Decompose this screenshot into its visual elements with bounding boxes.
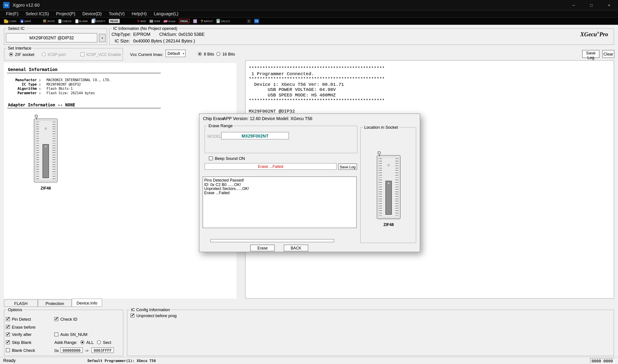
toolbar-ic-test-button[interactable] [193, 19, 197, 23]
menu-file[interactable]: File(F) [2, 10, 22, 17]
tab-flash[interactable]: FLASH [4, 299, 38, 307]
pin-detect-checkbox[interactable]: Pin Detect [6, 317, 31, 321]
blank-check-checkbox[interactable]: Blank Check [6, 348, 35, 352]
toolbar-save-button[interactable]: SAVE [20, 19, 31, 23]
titlebar: TV Xgpro v12.60 ─ □ × [0, 0, 618, 10]
radio-icon [216, 52, 220, 56]
checkbox-icon [131, 313, 134, 318]
erase-log-line: Pins Detected Passed! [204, 179, 355, 183]
16bits-radio[interactable]: 16 Bits [216, 52, 235, 56]
toolbar-calc-button[interactable]: CALCU [216, 19, 230, 24]
toolbar-auto-button[interactable]: AUTO [43, 19, 55, 23]
toolbar-read-button[interactable]: READ [109, 19, 120, 24]
menu-device[interactable]: Device(D) [79, 10, 105, 17]
verify-after-checkbox[interactable]: Verify after [6, 332, 32, 337]
ic-config-group-label: IC Config Information [130, 307, 171, 312]
addr-from-input[interactable] [60, 347, 83, 353]
chiptype-value: E/PROM [133, 32, 150, 37]
menu-project[interactable]: Project(P) [53, 10, 79, 17]
toolbar-ram-button[interactable]: RAM [149, 19, 160, 23]
addr-to-input[interactable] [91, 347, 114, 353]
toolbar-check-button[interactable]: CHECK [58, 19, 72, 23]
erase-log-line: ID: 0x C2 B0 ......OK! [204, 183, 355, 187]
check-icon [58, 19, 62, 23]
erase-range-group: Erase Range MODEL MX29F002NT [204, 126, 357, 153]
calculator-icon [216, 19, 220, 24]
toolbar-about-button[interactable]: ? ABOUT [201, 19, 213, 23]
ic-combobox[interactable]: MX29F002NT @DIP32 [6, 33, 97, 43]
vcc-imax-label: Vcc Current Imax: [130, 52, 163, 57]
log-line: ****************************************… [249, 66, 610, 71]
xgpro-window: TV Xgpro v12.60 ─ □ × File(F) Select IC(… [0, 0, 618, 364]
options-group-label: Options [7, 307, 23, 312]
tab-protection[interactable]: Protection [38, 299, 72, 307]
8bits-radio[interactable]: 8 Bits [198, 52, 214, 56]
tab-device-info[interactable]: Device.Info [72, 299, 102, 307]
erase-before-checkbox[interactable]: Erase before [6, 325, 36, 329]
check-id-checkbox[interactable]: Check ID [54, 317, 78, 321]
progress-bar [210, 239, 334, 242]
ic-chip-graphic [385, 181, 392, 215]
location-in-socket-group: Location in Socket ZIF48 [360, 127, 416, 243]
erase-log-list[interactable]: Pins Detected Passed! ID: 0x C2 B0 .....… [203, 176, 357, 228]
socket-lever-icon [377, 151, 381, 154]
close-button[interactable]: × [600, 0, 618, 10]
save-log-button[interactable]: Save Log [582, 50, 599, 58]
icsize-label: IC Size: [115, 39, 130, 43]
vcc-imax-select[interactable]: Default ▼ [165, 50, 186, 57]
toolbar-load-button[interactable]: LOAD [4, 19, 16, 23]
icsp-vcc-checkbox[interactable]: ICSP_VCC Enable [80, 52, 121, 57]
zif-socket-graphic [34, 118, 57, 182]
skip-blank-checkbox[interactable]: Skip Blank [6, 340, 31, 345]
auto-sn-checkbox[interactable]: Auto SN_NUM [54, 332, 87, 337]
model-field[interactable]: MX29F002NT [221, 132, 289, 140]
unprotect-before-prog-checkbox[interactable]: Unprotect before prog [131, 313, 177, 318]
radio-icon [42, 52, 46, 56]
menu-tools[interactable]: Tools(V) [105, 10, 128, 17]
zif-socket-radio[interactable]: ZIF socket [9, 52, 34, 57]
zif-socket-figure: ZIF48 [30, 114, 62, 190]
log-line: USB POWER VOLTAGE: 04.98V [249, 87, 610, 92]
clear-button[interactable]: Clear [602, 50, 615, 58]
checkbox-icon [209, 156, 213, 160]
beep-sound-checkbox[interactable]: Beep Sound ON [209, 156, 245, 161]
icsize-value: 0x40000 Bytes ( 262144 Bytes ) [133, 39, 195, 43]
toolbar-add-button[interactable]: + ADD [137, 19, 146, 23]
location-group-label: Location in Socket [363, 125, 399, 130]
ic-dropdown-button[interactable]: ▼ [99, 34, 106, 42]
dialog-save-log-button[interactable]: Save Log [338, 163, 357, 170]
ic-chip-graphic [42, 144, 49, 178]
socket-pins-left [36, 122, 39, 179]
addr-all-radio[interactable]: ALL [80, 340, 94, 345]
chksum-label: ChkSum: [159, 32, 177, 37]
toolbar-erase-button[interactable]: Erase [164, 20, 175, 22]
checkbox-icon [6, 317, 10, 321]
socket-pins-right [53, 122, 55, 179]
log-line: 1 Programmer Connected. [249, 71, 610, 77]
toolbar-verify-button[interactable]: VERIFY [91, 19, 105, 23]
toolbar-bits-button[interactable]: B [247, 19, 251, 23]
checkbox-icon [6, 325, 10, 329]
auto-icon [43, 19, 46, 23]
toolbar: LOAD SAVE AUTO CHECK BLANK VERIFY READ + [0, 17, 618, 25]
menu-help[interactable]: Help(H) [128, 10, 150, 17]
info-row-parameter: Parameter :Flash Size: 262144 bytes [7, 88, 95, 96]
dialog-subtitle: APP Version: 12.60 Device Model: XGecu T… [223, 116, 312, 121]
menu-select-ic[interactable]: Select IC(S) [22, 10, 53, 17]
socket-label: ZIF48 [361, 222, 417, 227]
back-button[interactable]: BACK [284, 245, 308, 251]
addr-sect-radio[interactable]: Sect [97, 340, 111, 345]
toolbar-blank-button[interactable]: BLANK [75, 19, 88, 23]
menu-language[interactable]: Language(L) [150, 10, 182, 17]
toolbar-logo-button[interactable]: TV [254, 19, 259, 24]
select-ic-group-label: Select IC [7, 26, 26, 31]
log-line: MX29F002NT @DIP32 [249, 109, 610, 114]
minimize-button[interactable]: ─ [565, 0, 583, 10]
erase-status-box: Erase ...Failed [204, 163, 336, 170]
window-controls: ─ □ × [565, 0, 618, 10]
icsp-port-radio[interactable]: ICSP port [42, 52, 66, 57]
ic-info-group-label: IC Information (No Project opened) [112, 26, 179, 31]
maximize-button[interactable]: □ [583, 0, 600, 10]
toolbar-prog-button[interactable]: PROG. [179, 19, 190, 24]
erase-button[interactable]: Erase [250, 245, 275, 251]
